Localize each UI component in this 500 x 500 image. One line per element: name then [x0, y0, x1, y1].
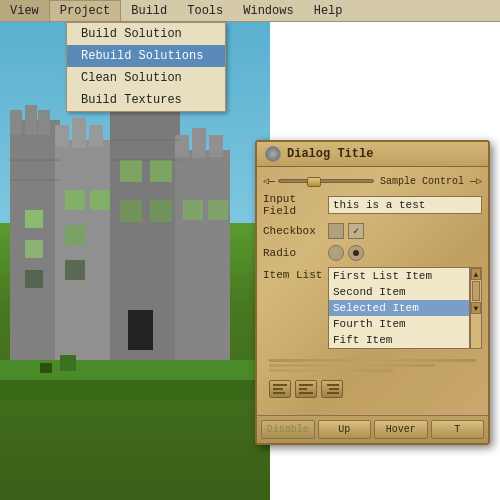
svg-rect-21: [65, 225, 85, 245]
radio-selected[interactable]: [348, 245, 364, 261]
svg-rect-13: [175, 150, 230, 380]
svg-rect-15: [192, 128, 206, 158]
deco-line-1: [269, 359, 476, 362]
svg-rect-44: [299, 392, 313, 394]
scroll-up-btn[interactable]: ▲: [471, 268, 481, 280]
sample-slider-thumb[interactable]: [307, 177, 321, 187]
svg-rect-27: [208, 200, 228, 220]
menu-tools[interactable]: Tools: [177, 0, 233, 21]
item-list-label: Item List: [263, 269, 328, 281]
svg-rect-30: [128, 310, 153, 350]
dropdown-item-clean-solution[interactable]: Clean Solution: [67, 67, 225, 89]
sample-control-right-label: —▷: [470, 175, 482, 187]
svg-rect-37: [60, 355, 76, 371]
radio-group: [328, 245, 364, 261]
svg-rect-14: [175, 135, 189, 157]
icon-btn-3[interactable]: [321, 380, 343, 398]
svg-rect-7: [89, 125, 103, 147]
input-field[interactable]: [328, 196, 482, 214]
scroll-down-btn[interactable]: ▼: [471, 302, 481, 314]
dialog-icon: [265, 146, 281, 162]
menu-view[interactable]: View: [0, 0, 49, 21]
menu-project[interactable]: Project: [49, 0, 121, 21]
svg-rect-24: [120, 200, 142, 222]
svg-rect-6: [72, 118, 86, 148]
dialog: Dialog Title ◁— Sample Control —▷ Input …: [255, 140, 490, 445]
icon-btn-1[interactable]: [269, 380, 291, 398]
checkbox-group: ✓: [328, 223, 364, 239]
dropdown-item-build-solution[interactable]: Build Solution: [67, 23, 225, 45]
radio-label: Radio: [263, 247, 328, 259]
sample-control-label: Sample Control: [380, 176, 464, 187]
checkbox-checked[interactable]: ✓: [348, 223, 364, 239]
svg-rect-38: [40, 363, 52, 373]
svg-rect-17: [25, 210, 43, 228]
list-item-3[interactable]: Fourth Item: [329, 316, 469, 332]
listbox-container: First List Item Second Item Selected Ite…: [328, 267, 482, 349]
svg-rect-45: [327, 384, 339, 386]
dialog-footer: Disable Up Hover T: [257, 415, 488, 443]
svg-rect-1: [10, 110, 22, 135]
sample-control-row: ◁— Sample Control —▷: [263, 175, 482, 187]
svg-rect-22: [120, 160, 142, 182]
svg-rect-23: [150, 160, 172, 182]
menubar: View Project Build Tools Windows Help: [0, 0, 500, 22]
dialog-titlebar: Dialog Title: [257, 142, 488, 167]
menu-help[interactable]: Help: [304, 0, 353, 21]
list-item-2[interactable]: Selected Item: [329, 300, 469, 316]
svg-rect-36: [0, 380, 260, 400]
t-button[interactable]: T: [431, 420, 485, 439]
svg-rect-26: [183, 200, 203, 220]
radio-unselected[interactable]: [328, 245, 344, 261]
list-item-1[interactable]: Second Item: [329, 284, 469, 300]
icon-buttons-row: [263, 378, 482, 400]
list-item-0[interactable]: First List Item: [329, 268, 469, 284]
svg-rect-20: [90, 190, 110, 210]
listbox: First List Item Second Item Selected Ite…: [328, 267, 470, 349]
svg-rect-41: [273, 392, 285, 394]
menu-build[interactable]: Build: [121, 0, 177, 21]
svg-rect-25: [150, 200, 172, 222]
svg-rect-43: [299, 388, 307, 390]
svg-rect-39: [273, 384, 287, 386]
svg-rect-42: [299, 384, 313, 386]
dropdown-item-build-textures[interactable]: Build Textures: [67, 89, 225, 111]
dropdown-item-rebuild-solutions[interactable]: Rebuild Solutions: [67, 45, 225, 67]
svg-rect-5: [55, 125, 69, 147]
deco-line-3: [269, 369, 393, 372]
svg-rect-40: [273, 388, 283, 390]
svg-rect-29: [65, 260, 85, 280]
svg-rect-16: [209, 135, 223, 157]
checkbox-row: Checkbox ✓: [263, 223, 482, 239]
svg-rect-3: [38, 110, 50, 135]
sample-slider-track[interactable]: [278, 179, 374, 183]
disable-button[interactable]: Disable: [261, 420, 315, 439]
listbox-scrollbar[interactable]: ▲ ▼: [470, 267, 482, 349]
deco-lines: [263, 355, 482, 378]
up-button[interactable]: Up: [318, 420, 372, 439]
sample-control-left-label: ◁—: [263, 175, 275, 187]
hover-button[interactable]: Hover: [374, 420, 428, 439]
input-field-label: Input Field: [263, 193, 328, 217]
svg-rect-28: [25, 270, 43, 288]
svg-rect-18: [25, 240, 43, 258]
checkbox-label: Checkbox: [263, 225, 328, 237]
svg-rect-46: [329, 388, 339, 390]
svg-rect-47: [327, 392, 339, 394]
icon-btn-2[interactable]: [295, 380, 317, 398]
radio-row: Radio: [263, 245, 482, 261]
dialog-title: Dialog Title: [287, 147, 373, 161]
dialog-body: ◁— Sample Control —▷ Input Field Checkbo…: [257, 167, 488, 408]
scroll-thumb[interactable]: [472, 281, 480, 301]
input-field-row: Input Field: [263, 193, 482, 217]
menu-windows[interactable]: Windows: [233, 0, 303, 21]
svg-rect-2: [25, 105, 37, 135]
item-list-row: Item List First List Item Second Item Se…: [263, 267, 482, 349]
list-item-4[interactable]: Fift Item: [329, 332, 469, 348]
project-dropdown: Build Solution Rebuild Solutions Clean S…: [66, 22, 226, 112]
svg-rect-19: [65, 190, 85, 210]
checkbox-unchecked[interactable]: [328, 223, 344, 239]
deco-line-2: [269, 364, 435, 367]
